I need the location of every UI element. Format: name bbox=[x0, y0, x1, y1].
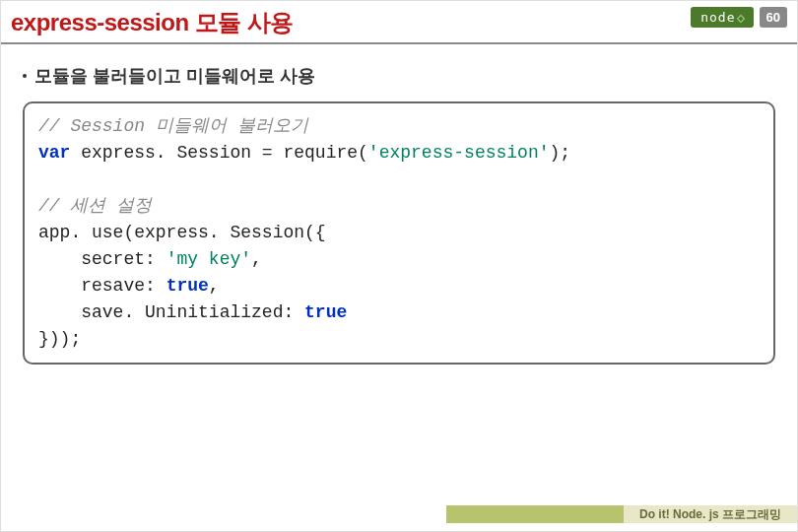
slide-header: express-session 모듈 사용 node 60 bbox=[1, 1, 797, 44]
code-line: secret: 'my key', bbox=[38, 246, 760, 273]
page-number-badge: 60 bbox=[760, 7, 787, 28]
node-badge: node bbox=[691, 7, 753, 28]
slide: express-session 모듈 사용 node 60 모듈을 불러들이고 … bbox=[0, 0, 798, 532]
slide-footer: Do it! Node. js 프로그래밍 bbox=[446, 505, 797, 523]
footer-text: Do it! Node. js 프로그래밍 bbox=[624, 505, 797, 523]
code-literal: true bbox=[166, 276, 209, 296]
bullet-text: 모듈을 불러들이고 미들웨어로 사용 bbox=[34, 64, 315, 88]
code-text: secret: bbox=[38, 249, 166, 269]
code-blank bbox=[38, 166, 760, 193]
code-text: ); bbox=[550, 143, 571, 163]
code-text: express. Session = require( bbox=[70, 143, 367, 163]
footer-stripe bbox=[446, 505, 624, 523]
code-literal: true bbox=[304, 302, 347, 322]
node-badge-icon bbox=[736, 14, 744, 22]
code-line: })); bbox=[38, 326, 760, 353]
slide-content: 모듈을 불러들이고 미들웨어로 사용 // Session 미들웨어 불러오기 … bbox=[1, 44, 797, 365]
code-text: , bbox=[251, 249, 262, 269]
bullet-icon bbox=[23, 74, 27, 78]
code-line: var express. Session = require('express-… bbox=[38, 140, 760, 166]
code-text: save. Uninitialized: bbox=[38, 302, 304, 322]
bullet-item: 모듈을 불러들이고 미들웨어로 사용 bbox=[23, 64, 775, 88]
code-line: app. use(express. Session({ bbox=[38, 220, 760, 246]
code-text: resave: bbox=[38, 276, 166, 296]
page-title: express-session 모듈 사용 bbox=[11, 7, 294, 38]
code-line: save. Uninitialized: true bbox=[38, 299, 760, 326]
code-keyword: var bbox=[38, 143, 70, 163]
code-string: 'my key' bbox=[166, 249, 251, 269]
code-string: 'express-session' bbox=[368, 143, 550, 163]
code-text: , bbox=[209, 276, 220, 296]
code-line: resave: true, bbox=[38, 273, 760, 299]
node-badge-label: node bbox=[700, 10, 735, 25]
code-comment: // 세션 설정 bbox=[38, 193, 760, 220]
header-badges: node 60 bbox=[691, 7, 787, 28]
code-block: // Session 미들웨어 불러오기 var express. Sessio… bbox=[23, 101, 775, 365]
code-comment: // Session 미들웨어 불러오기 bbox=[38, 113, 760, 140]
